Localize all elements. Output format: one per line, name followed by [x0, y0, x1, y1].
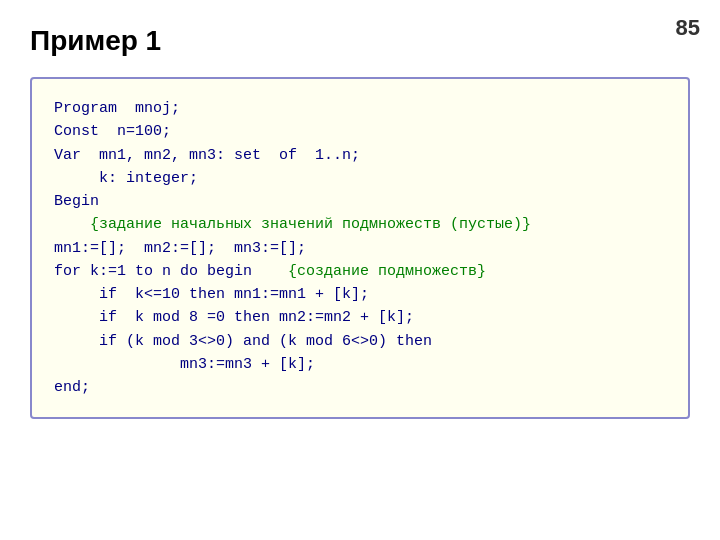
code-box: Program mnoj; Const n=100; Var mn1, mn2,…	[30, 77, 690, 419]
code-line-8: for k:=1 to n do begin {создание подмнож…	[54, 260, 666, 283]
code-text: Const n=100;	[54, 123, 171, 140]
code-line-11: if (k mod 3<>0) and (k mod 6<>0) then	[54, 330, 666, 353]
code-text: Program mnoj;	[54, 100, 180, 117]
code-text: if (k mod 3<>0) and (k mod 6<>0) then	[54, 333, 432, 350]
code-text: mn1:=[]; mn2:=[]; mn3:=[];	[54, 240, 306, 257]
code-line-1: Program mnoj;	[54, 97, 666, 120]
code-text: end;	[54, 379, 90, 396]
comment-text: {задание начальных значений подмножеств …	[54, 216, 531, 233]
code-line-7: mn1:=[]; mn2:=[]; mn3:=[];	[54, 237, 666, 260]
code-line-4: k: integer;	[54, 167, 666, 190]
code-line-10: if k mod 8 =0 then mn2:=mn2 + [k];	[54, 306, 666, 329]
comment-text: {создание подмножеств}	[288, 263, 486, 280]
code-text: Var mn1, mn2, mn3: set of 1..n;	[54, 147, 360, 164]
code-line-2: Const n=100;	[54, 120, 666, 143]
code-text: if k mod 8 =0 then mn2:=mn2 + [k];	[54, 309, 414, 326]
code-line-5: Begin	[54, 190, 666, 213]
slide-title: Пример 1	[30, 25, 690, 57]
slide-number: 85	[676, 15, 700, 41]
code-text: for k:=1 to n do begin	[54, 263, 288, 280]
code-text: Begin	[54, 193, 99, 210]
code-text: if k<=10 then mn1:=mn1 + [k];	[54, 286, 369, 303]
code-line-12: mn3:=mn3 + [k];	[54, 353, 666, 376]
code-text: mn3:=mn3 + [k];	[54, 356, 315, 373]
code-line-6: {задание начальных значений подмножеств …	[54, 213, 666, 236]
code-line-13: end;	[54, 376, 666, 399]
slide: 85 Пример 1 Program mnoj; Const n=100; V…	[0, 0, 720, 540]
code-line-3: Var mn1, mn2, mn3: set of 1..n;	[54, 144, 666, 167]
code-line-9: if k<=10 then mn1:=mn1 + [k];	[54, 283, 666, 306]
code-text: k: integer;	[54, 170, 198, 187]
